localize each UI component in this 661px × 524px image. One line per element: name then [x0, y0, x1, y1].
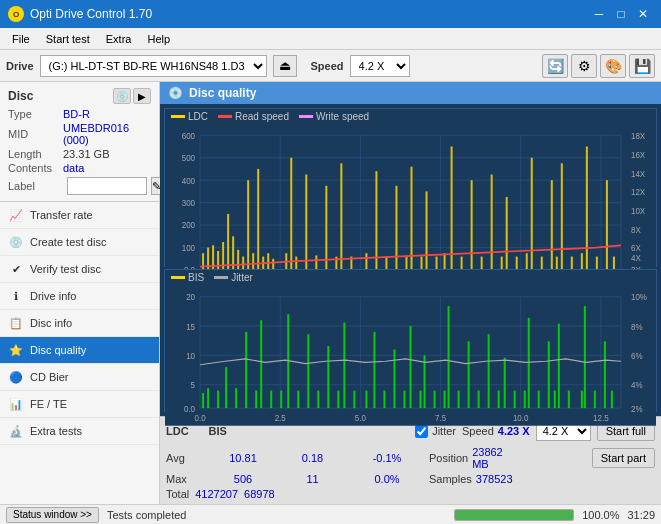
svg-rect-134	[327, 346, 329, 408]
svg-rect-44	[237, 250, 239, 270]
minimize-button[interactable]: ─	[589, 5, 609, 23]
disc-length-label: Length	[8, 148, 63, 160]
sidebar-item-disc-quality[interactable]: ⭐ Disc quality	[0, 337, 159, 364]
svg-rect-151	[478, 391, 480, 409]
settings-button[interactable]: ⚙	[571, 54, 597, 78]
speed-label: Speed	[311, 60, 344, 72]
svg-rect-79	[526, 253, 528, 270]
disc-mid-value: UMEBDR016 (000)	[63, 122, 151, 146]
start-part-button[interactable]: Start part	[592, 448, 655, 468]
svg-rect-81	[541, 257, 543, 270]
svg-text:6%: 6%	[631, 351, 643, 362]
disc-contents-value: data	[63, 162, 84, 174]
disc-contents-label: Contents	[8, 162, 63, 174]
drive-info-icon: ℹ	[8, 288, 24, 304]
svg-rect-77	[506, 197, 508, 270]
maximize-button[interactable]: □	[611, 5, 631, 23]
title-bar-left: O Opti Drive Control 1.70	[8, 6, 152, 22]
svg-text:12X: 12X	[631, 186, 646, 197]
disc-panel: Disc 💿 ▶ Type BD-R MID UMEBDR016 (000) L…	[0, 82, 159, 202]
svg-rect-62	[375, 171, 377, 270]
drive-toolbar: Drive (G:) HL-DT-ST BD-RE WH16NS48 1.D3 …	[0, 50, 661, 82]
sidebar-item-extra-tests[interactable]: 🔬 Extra tests	[0, 418, 159, 445]
max-jitter: 0.0%	[347, 473, 427, 485]
svg-text:14X: 14X	[631, 168, 646, 179]
svg-rect-152	[488, 335, 490, 409]
sidebar-item-transfer-rate[interactable]: 📈 Transfer rate	[0, 202, 159, 229]
save-button[interactable]: 💾	[629, 54, 655, 78]
close-button[interactable]: ✕	[633, 5, 653, 23]
progress-text: 100.0%	[582, 509, 619, 521]
disc-type-value: BD-R	[63, 108, 90, 120]
right-content: 💿 Disc quality LDC Read speed	[160, 82, 661, 504]
title-bar: O Opti Drive Control 1.70 ─ □ ✕	[0, 0, 661, 28]
charts-container: LDC Read speed Write speed	[160, 104, 661, 416]
svg-text:6X: 6X	[631, 243, 641, 254]
svg-text:10X: 10X	[631, 205, 646, 216]
svg-rect-145	[424, 356, 426, 409]
svg-text:200: 200	[182, 220, 196, 231]
sidebar-item-drive-info[interactable]: ℹ Drive info	[0, 283, 159, 310]
sidebar-item-verify-test-disc[interactable]: ✔ Verify test disc	[0, 256, 159, 283]
chart1: LDC Read speed Write speed	[164, 108, 657, 267]
label-input[interactable]	[67, 177, 147, 195]
avg-label: Avg	[166, 452, 206, 464]
disc-title: Disc	[8, 89, 33, 103]
svg-rect-165	[594, 391, 596, 409]
menu-start-test[interactable]: Start test	[38, 31, 98, 47]
svg-rect-167	[611, 391, 613, 409]
svg-text:18X: 18X	[631, 130, 646, 141]
sidebar-item-create-test-disc[interactable]: 💿 Create test disc	[0, 229, 159, 256]
menu-bar: File Start test Extra Help	[0, 28, 661, 50]
svg-rect-83	[556, 257, 558, 270]
status-window-button[interactable]: Status window >>	[6, 507, 99, 523]
avg-bis: 0.18	[280, 452, 345, 464]
speed-select[interactable]: 4.2 X	[350, 55, 410, 77]
disc-header: Disc 💿 ▶	[8, 88, 151, 104]
sidebar-item-fe-te[interactable]: 📊 FE / TE	[0, 391, 159, 418]
svg-text:15: 15	[186, 321, 195, 332]
menu-file[interactable]: File	[4, 31, 38, 47]
svg-rect-45	[242, 257, 244, 270]
svg-text:0.0: 0.0	[195, 413, 206, 424]
disc-info-icon: 📋	[8, 315, 24, 331]
disc-icon-2[interactable]: ▶	[133, 88, 151, 104]
disc-icon-1[interactable]: 💿	[113, 88, 131, 104]
create-test-disc-icon: 💿	[8, 234, 24, 250]
menu-extra[interactable]: Extra	[98, 31, 140, 47]
svg-rect-128	[270, 391, 272, 409]
svg-rect-87	[586, 146, 588, 270]
svg-rect-47	[252, 253, 254, 270]
extra-tests-icon: 🔬	[8, 423, 24, 439]
svg-rect-76	[501, 257, 503, 270]
status-text: Tests completed	[107, 509, 446, 521]
avg-jitter: -0.1%	[347, 452, 427, 464]
svg-rect-155	[514, 391, 516, 409]
svg-rect-133	[317, 391, 319, 409]
toolbar-icons: 🔄 ⚙ 🎨 💾	[542, 54, 655, 78]
sidebar-item-cd-bier[interactable]: 🔵 CD Bier	[0, 364, 159, 391]
drive-select[interactable]: (G:) HL-DT-ST BD-RE WH16NS48 1.D3	[40, 55, 267, 77]
menu-help[interactable]: Help	[139, 31, 178, 47]
eject-button[interactable]: ⏏	[273, 55, 297, 77]
legend-bis: BIS	[171, 272, 204, 283]
svg-text:600: 600	[182, 130, 196, 141]
color-button[interactable]: 🎨	[600, 54, 626, 78]
svg-rect-158	[538, 391, 540, 409]
svg-rect-78	[516, 257, 518, 270]
nav-items: 📈 Transfer rate 💿 Create test disc ✔ Ver…	[0, 202, 159, 504]
svg-rect-125	[245, 332, 247, 408]
chart2-legend: BIS Jitter	[165, 270, 656, 285]
disc-quality-title: Disc quality	[189, 86, 256, 100]
samples-label: Samples	[429, 473, 472, 485]
disc-length-value: 23.31 GB	[63, 148, 109, 160]
sidebar-item-disc-info[interactable]: 📋 Disc info	[0, 310, 159, 337]
svg-text:16X: 16X	[631, 149, 646, 160]
svg-rect-150	[468, 342, 470, 409]
svg-rect-166	[604, 342, 606, 409]
svg-text:2.5: 2.5	[275, 413, 286, 424]
svg-rect-65	[405, 257, 407, 270]
svg-rect-121	[207, 388, 209, 408]
avg-ldc: 10.81	[208, 452, 278, 464]
refresh-button[interactable]: 🔄	[542, 54, 568, 78]
